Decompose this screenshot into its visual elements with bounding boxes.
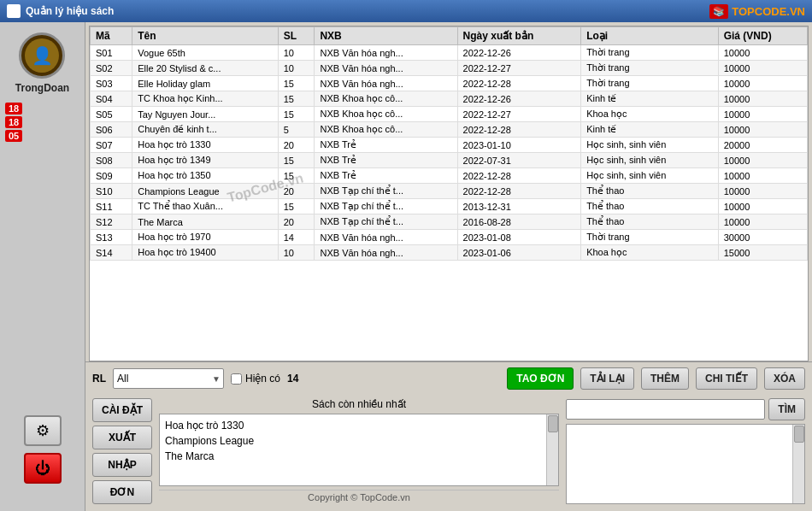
table-row[interactable]: S14Hoa học trò 1940010NXB Văn hóa ngh...…: [91, 245, 808, 261]
table-row[interactable]: S04TC Khoa học Kinh...15NXB Khoa học cô.…: [91, 91, 808, 107]
settings-button[interactable]: ⚙: [24, 415, 62, 446]
sach-label: Sách còn nhiều nhất: [159, 398, 559, 410]
table-cell: S03: [91, 76, 132, 91]
table-cell: S04: [91, 91, 132, 107]
table-row[interactable]: S08Hoa học trò 134915NXB Trẻ2022-07-31Họ…: [91, 153, 808, 168]
table-cell: Thời trang: [581, 76, 719, 91]
table-row[interactable]: S12The Marca20NXB Tạp chí thể t...2016-0…: [91, 214, 808, 230]
table-cell: NXB Văn hóa ngh...: [315, 61, 457, 76]
book-table: Mã Tên SL NXB Ngày xuất bản Loại Giá (VN…: [90, 26, 808, 261]
table-cell: S09: [91, 168, 132, 184]
table-cell: 15: [278, 107, 315, 122]
bottom-control-bar: RL All Thời trang Kinh tế Khoa học Thể t…: [85, 361, 812, 395]
cai-dat-button[interactable]: CÀI ĐẶT: [92, 398, 152, 422]
table-cell: Khoa học: [581, 107, 719, 122]
sidebar: 👤 TrongDoan 18 18 05 ⚙ ⏻: [0, 22, 85, 511]
num-badge-2: 18: [5, 116, 22, 128]
tao-don-button[interactable]: TAO ĐƠN: [507, 367, 574, 390]
logo-icon: 📚: [709, 4, 728, 19]
table-cell: NXB Trẻ: [315, 153, 457, 168]
tim-button[interactable]: TÌM: [768, 398, 805, 420]
table-cell: 10000: [718, 168, 807, 184]
col-ten: Tên: [132, 27, 278, 45]
table-cell: 10000: [718, 214, 807, 230]
table-row[interactable]: S11TC Thể thao Xuân...15NXB Tạp chí thể …: [91, 199, 808, 214]
col-ngay: Ngày xuất bản: [457, 27, 581, 45]
table-cell: 2022-12-28: [457, 122, 581, 138]
book-table-container[interactable]: TopCode.vn Mã Tên SL NXB Ngày xuất bản L…: [89, 26, 809, 361]
list-item: The Marca: [165, 449, 553, 464]
table-cell: 2022-12-28: [457, 76, 581, 91]
table-cell: Elle Holiday glam: [132, 76, 278, 91]
table-row[interactable]: S13Hoa học trò 197014NXB Văn hóa ngh...2…: [91, 230, 808, 245]
table-cell: 10000: [718, 45, 807, 61]
table-cell: 15: [278, 153, 315, 168]
table-cell: Chuyên đề kinh t...: [132, 122, 278, 138]
list-scrollbar[interactable]: [546, 414, 558, 485]
table-cell: 10000: [718, 76, 807, 91]
table-row[interactable]: S03Elle Holiday glam15NXB Văn hóa ngh...…: [91, 76, 808, 91]
table-cell: Kinh tế: [581, 91, 719, 107]
them-button[interactable]: THÊM: [641, 367, 689, 390]
tai-lai-button[interactable]: TẢI LẠI: [580, 367, 634, 390]
table-cell: NXB Văn hóa ngh...: [315, 45, 457, 61]
num-badge-1: 18: [5, 103, 22, 115]
table-cell: Hoa học trò 1350: [132, 168, 278, 184]
table-row[interactable]: S05Tay Nguyen Jour...15NXB Khoa học cô..…: [91, 107, 808, 122]
table-row[interactable]: S02Elle 20 Stylisd & c...10NXB Văn hóa n…: [91, 61, 808, 76]
table-cell: 2023-01-08: [457, 230, 581, 245]
nhap-button[interactable]: NHẬP: [92, 453, 152, 477]
col-sl: SL: [278, 27, 315, 45]
table-row[interactable]: S01Vogue 65th10NXB Văn hóa ngh...2022-12…: [91, 45, 808, 61]
table-cell: S06: [91, 122, 132, 138]
table-cell: 2022-12-26: [457, 91, 581, 107]
xoa-button[interactable]: XÓA: [764, 367, 805, 390]
power-button[interactable]: ⏻: [24, 453, 62, 484]
text-scrollbar-thumb: [794, 426, 804, 443]
table-cell: NXB Khoa học cô...: [315, 107, 457, 122]
table-cell: NXB Tạp chí thể t...: [315, 199, 457, 214]
xuat-button[interactable]: XUẤT: [92, 426, 152, 449]
table-header-row: Mã Tên SL NXB Ngày xuất bản Loại Giá (VN…: [91, 27, 808, 45]
table-cell: 20: [278, 214, 315, 230]
table-cell: S05: [91, 107, 132, 122]
table-cell: S01: [91, 45, 132, 61]
list-item: Hoa học trò 1330: [165, 418, 553, 433]
scrollbar-thumb: [548, 415, 558, 432]
col-ma: Mã: [91, 27, 132, 45]
table-cell: 20: [278, 184, 315, 199]
table-cell: S08: [91, 153, 132, 168]
hien-co-checkbox[interactable]: [231, 373, 242, 385]
table-row[interactable]: S06Chuyên đề kinh t...5NXB Khoa học cô..…: [91, 122, 808, 138]
table-cell: Thời trang: [581, 45, 719, 61]
table-cell: 10000: [718, 107, 807, 122]
table-cell: 15: [278, 91, 315, 107]
table-cell: Hoa học trò 1970: [132, 230, 278, 245]
table-cell: 10000: [718, 91, 807, 107]
table-cell: NXB Văn hóa ngh...: [315, 76, 457, 91]
username: TrongDoan: [15, 82, 69, 94]
table-row[interactable]: S07Hoa học trò 133020NXB Trẻ2023-01-10Họ…: [91, 138, 808, 153]
table-cell: 10: [278, 245, 315, 261]
main-container: 👤 TrongDoan 18 18 05 ⚙ ⏻ TopCode.vn Mã T…: [0, 22, 812, 511]
text-area-scrollbar[interactable]: [792, 425, 804, 503]
table-cell: 30000: [718, 230, 807, 245]
table-row[interactable]: S09Hoa học trò 135015NXB Trẻ2022-12-28Họ…: [91, 168, 808, 184]
table-cell: S13: [91, 230, 132, 245]
col-nxb: NXB: [315, 27, 457, 45]
table-row[interactable]: S10Champions League20NXB Tạp chí thể t..…: [91, 184, 808, 199]
checkbox-label: Hiện có 14: [231, 373, 298, 385]
table-cell: 10000: [718, 122, 807, 138]
col-gia: Giá (VND): [718, 27, 807, 45]
table-cell: 2013-12-31: [457, 199, 581, 214]
filter-select[interactable]: All Thời trang Kinh tế Khoa học Thể thao…: [113, 368, 224, 389]
table-cell: Vogue 65th: [132, 45, 278, 61]
book-list-inner: Hoa học trò 1330Champions LeagueThe Marc…: [160, 414, 558, 467]
table-cell: NXB Tạp chí thể t...: [315, 214, 457, 230]
table-cell: Kinh tế: [581, 122, 719, 138]
don-button[interactable]: ĐƠN: [92, 480, 152, 504]
search-input[interactable]: [566, 399, 765, 420]
chi-tiet-button[interactable]: CHI TIẾT: [696, 367, 757, 390]
table-cell: Champions League: [132, 184, 278, 199]
table-cell: Hoa học trò 1349: [132, 153, 278, 168]
